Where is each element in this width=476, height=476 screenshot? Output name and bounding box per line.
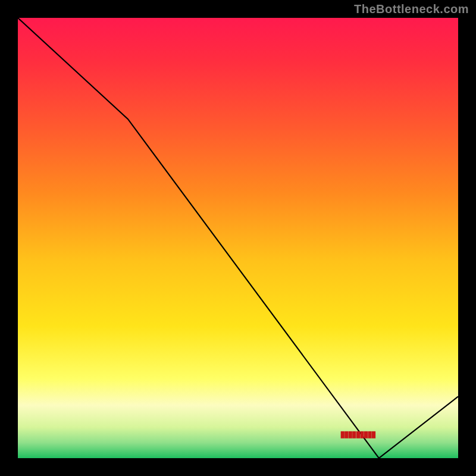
chart-svg bbox=[18, 18, 458, 458]
chart-background bbox=[18, 18, 458, 458]
attribution-text: TheBottleneck.com bbox=[354, 2, 469, 16]
page-root: TheBottleneck.com █████████ bbox=[0, 0, 476, 476]
chart-area: █████████ bbox=[18, 18, 458, 458]
x-axis-annotation: █████████ bbox=[341, 431, 376, 438]
